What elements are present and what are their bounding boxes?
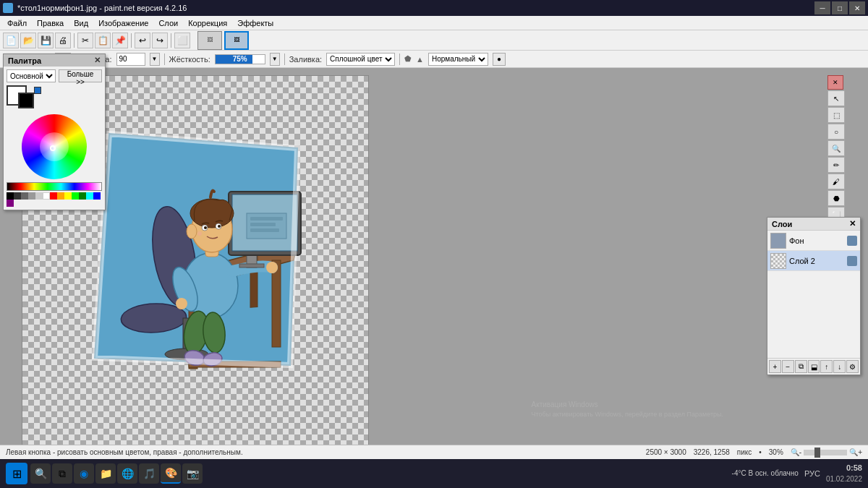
- hardness-slider[interactable]: 75%: [215, 54, 265, 64]
- paste-button[interactable]: 📌: [112, 33, 128, 48]
- width-dropdown-btn[interactable]: ▼: [150, 53, 160, 66]
- bg-color-swatch[interactable]: [18, 93, 34, 108]
- new-button[interactable]: 📄: [3, 33, 19, 48]
- menu-corrections[interactable]: Коррекция: [184, 17, 231, 29]
- swatch-yellow[interactable]: [64, 192, 72, 200]
- swatch-orange[interactable]: [57, 192, 64, 200]
- palette-mode-select[interactable]: Основной: [7, 69, 56, 82]
- fill-select[interactable]: Сплошной цвет: [326, 53, 395, 66]
- menu-edit[interactable]: Правка: [33, 17, 68, 29]
- svg-point-32: [218, 225, 221, 228]
- swatch-dark2[interactable]: [21, 192, 28, 200]
- palette-more-btn[interactable]: Больше >>: [59, 69, 102, 82]
- zoom-out-btn[interactable]: 🔍-: [791, 448, 801, 456]
- swatch-gray[interactable]: [28, 192, 35, 200]
- app-icon: [3, 3, 13, 13]
- copy-button[interactable]: 📋: [95, 33, 111, 48]
- svg-point-33: [187, 224, 197, 239]
- tool-lasso[interactable]: ○: [827, 124, 845, 140]
- save-button[interactable]: 💾: [38, 33, 54, 48]
- watermark-line1: Активация Windows: [532, 399, 724, 410]
- layer-item-fon[interactable]: Фон: [767, 231, 860, 251]
- layer-item-layer2[interactable]: Слой 2: [767, 251, 860, 271]
- tool-select[interactable]: ⬚: [827, 107, 845, 123]
- swatch-purple[interactable]: [7, 200, 14, 207]
- taskbar-other1[interactable]: 📷: [182, 463, 203, 484]
- taskbar-time: 0:58: [826, 463, 862, 474]
- tool-pencil[interactable]: ✏: [827, 157, 845, 173]
- swatch-cyan[interactable]: [86, 192, 93, 200]
- taskbar-time-area: 0:58 01.02.2022: [826, 463, 862, 484]
- swatch-black[interactable]: [7, 192, 14, 200]
- close-button[interactable]: ✕: [849, 1, 865, 14]
- title-bar: *стол1нормифон1.jpg - paint.net версия 4…: [0, 0, 868, 16]
- layers-title-bar: Слои ✕: [767, 218, 860, 231]
- taskbar-edge[interactable]: ◉: [74, 463, 94, 484]
- palette-close-btn[interactable]: ✕: [94, 56, 101, 65]
- taskbar-paintnet[interactable]: 🎨: [161, 463, 181, 484]
- swatch-blue[interactable]: [93, 192, 101, 200]
- open-button[interactable]: 📂: [20, 33, 36, 48]
- taskbar-search[interactable]: 🔍: [30, 463, 51, 484]
- taskbar-explorer[interactable]: 📁: [95, 463, 116, 484]
- merge-layer-btn[interactable]: ⬓: [808, 360, 820, 373]
- svg-rect-2: [272, 260, 281, 347]
- swatch-light[interactable]: [35, 192, 43, 200]
- zoom-slider[interactable]: [804, 450, 847, 455]
- menu-view[interactable]: Вид: [69, 17, 93, 29]
- extra-color-swatch: [34, 87, 41, 94]
- thumb2[interactable]: 🖼: [224, 31, 249, 50]
- palette-title-text: Палитра: [8, 56, 41, 65]
- hardness-dropdown-btn[interactable]: ▼: [270, 53, 280, 66]
- activation-watermark: Активация Windows Чтобы активировать Win…: [532, 399, 724, 420]
- zoom-control: 🔍- 🔍+: [791, 448, 862, 456]
- layer-fon-visibility[interactable]: [847, 236, 857, 246]
- swatch-dark1[interactable]: [14, 192, 21, 200]
- menu-effects[interactable]: Эффекты: [233, 17, 278, 29]
- layers-empty-area: [767, 271, 860, 358]
- layer-fon-thumb: [770, 233, 786, 249]
- hardness-label: Жёсткость:: [169, 55, 210, 64]
- color-wheel[interactable]: [22, 114, 87, 179]
- taskbar-sys-icons: -4°C В осн. облачно: [732, 469, 799, 477]
- swatch-white[interactable]: [43, 192, 50, 200]
- layer-settings-btn[interactable]: ⚙: [846, 360, 859, 373]
- panel-close-btn[interactable]: ✕: [827, 75, 843, 90]
- layer2-visibility[interactable]: [847, 256, 857, 266]
- swatch-green[interactable]: [79, 192, 86, 200]
- taskbar-taskview[interactable]: ⧉: [52, 463, 72, 484]
- color-gradient-bar[interactable]: [7, 182, 102, 191]
- move-down-btn[interactable]: ↓: [833, 360, 846, 373]
- taskbar-right: -4°C В осн. облачно РУС 0:58 01.02.2022: [732, 463, 862, 484]
- deselect-button[interactable]: ⬜: [174, 33, 190, 48]
- redo-button[interactable]: ↪: [152, 33, 168, 48]
- tool-fill[interactable]: ⬣: [827, 190, 845, 206]
- duplicate-layer-btn[interactable]: ⧉: [795, 360, 807, 373]
- undo-button[interactable]: ↩: [135, 33, 150, 48]
- delete-layer-btn[interactable]: −: [782, 360, 794, 373]
- svg-rect-19: [239, 264, 264, 267]
- cut-button[interactable]: ✂: [77, 33, 93, 48]
- zoom-in-btn[interactable]: 🔍+: [849, 448, 862, 456]
- menu-layers[interactable]: Слои: [154, 17, 182, 29]
- width-input[interactable]: [116, 53, 145, 66]
- maximize-button[interactable]: □: [832, 1, 848, 14]
- swatch-red[interactable]: [50, 192, 57, 200]
- add-layer-btn[interactable]: +: [769, 360, 781, 373]
- menu-file[interactable]: Файл: [3, 17, 31, 29]
- swatch-lime[interactable]: [72, 192, 79, 200]
- print-button[interactable]: 🖨: [55, 33, 71, 48]
- tool-brush[interactable]: 🖌: [827, 174, 845, 189]
- taskbar-media[interactable]: 🎵: [139, 463, 159, 484]
- move-up-btn[interactable]: ↑: [820, 360, 833, 373]
- taskbar-chrome[interactable]: 🌐: [117, 463, 137, 484]
- start-button[interactable]: ⊞: [6, 463, 27, 484]
- blend-select[interactable]: Нормальный: [428, 53, 488, 66]
- tool-move[interactable]: ↖: [827, 90, 845, 106]
- blend-extra-btn[interactable]: ●: [493, 53, 506, 66]
- menu-image[interactable]: Изображение: [94, 17, 153, 29]
- tool-zoom-in[interactable]: 🔍: [827, 140, 845, 156]
- minimize-button[interactable]: ─: [814, 1, 830, 14]
- layers-close-btn[interactable]: ✕: [849, 219, 856, 228]
- thumb1[interactable]: 🖼: [197, 31, 222, 50]
